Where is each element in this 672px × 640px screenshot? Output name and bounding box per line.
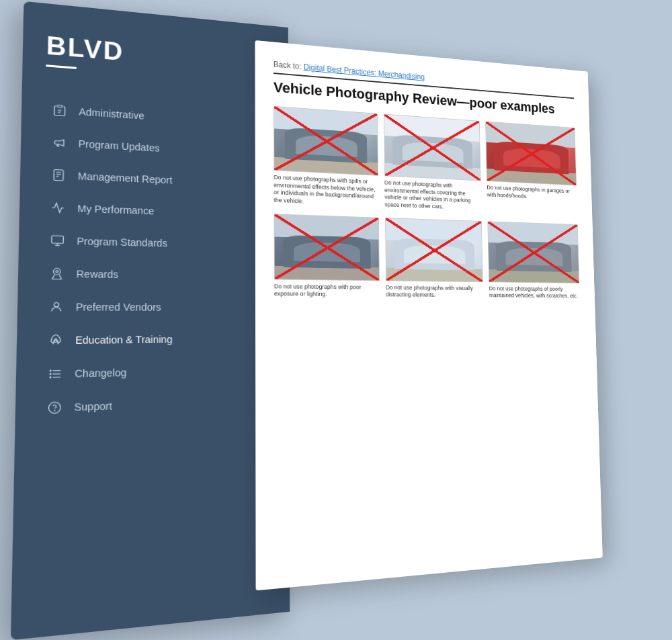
photo-box-6 xyxy=(488,221,580,283)
person-icon xyxy=(48,299,65,315)
sidebar-item-changelog[interactable]: Changelog xyxy=(40,355,276,390)
back-prefix: Back to: xyxy=(274,60,302,71)
car-image-4 xyxy=(274,214,378,280)
svg-point-19 xyxy=(50,377,51,378)
sidebar-item-program-standards[interactable]: Program Standards xyxy=(42,225,276,260)
photo-item-1: Do not use photographs with spills or en… xyxy=(274,106,378,209)
rocket-icon xyxy=(47,332,65,349)
sidebar-item-preferred-vendors[interactable]: Preferred Vendors xyxy=(41,291,276,322)
photo-item-3: Do not use photographs in garages or wit… xyxy=(485,122,577,216)
sidebar-label: Preferred Vendors xyxy=(76,302,161,313)
sidebar-label: Support xyxy=(74,400,112,413)
caption-3: Do not use photographs in garages or wit… xyxy=(487,184,577,202)
svg-point-17 xyxy=(50,370,51,371)
photo-item-5: Do not use photographs with visually dis… xyxy=(385,218,484,300)
svg-point-13 xyxy=(54,340,57,342)
svg-point-18 xyxy=(50,373,51,375)
caption-5: Do not use photographs with visually dis… xyxy=(386,284,484,300)
photo-item-2: Do not use photographs with environmenta… xyxy=(384,114,482,213)
caption-4: Do not use photographs with poor exposur… xyxy=(274,283,380,299)
sidebar-label: Management Report xyxy=(78,171,173,186)
caption-1: Do not use photographs with spills or en… xyxy=(274,174,378,208)
svg-point-10 xyxy=(53,268,60,275)
support-icon xyxy=(46,400,63,416)
svg-point-21 xyxy=(54,410,55,411)
svg-rect-0 xyxy=(58,105,62,107)
sidebar-item-support[interactable]: Support xyxy=(39,387,276,424)
caption-2: Do not use photographs with environmenta… xyxy=(384,179,482,212)
car-image-1 xyxy=(274,107,378,175)
chart-icon xyxy=(49,199,67,216)
svg-point-20 xyxy=(48,402,60,414)
svg-rect-7 xyxy=(52,236,64,244)
sidebar-item-education-training[interactable]: Education & Training xyxy=(40,324,276,356)
sidebar-item-rewards[interactable]: Rewards xyxy=(42,259,276,291)
car-image-6 xyxy=(488,222,579,283)
sidebar-label: Program Standards xyxy=(77,236,167,249)
car-image-2 xyxy=(384,115,480,181)
sidebar: BLVD Administrative Program Updates xyxy=(11,1,290,640)
content-panel: Back to: Digital Best Practices: Merchan… xyxy=(255,40,602,591)
sidebar-label: My Performance xyxy=(77,203,154,217)
photo-box-5 xyxy=(385,218,483,282)
photo-box-2 xyxy=(384,114,481,181)
car-image-5 xyxy=(386,218,483,281)
rewards-icon xyxy=(48,266,66,282)
car-image-3 xyxy=(486,122,576,185)
list-icon xyxy=(46,366,64,382)
brand-logo: BLVD xyxy=(46,31,275,79)
photo-item-6: Do not use photographs of poorly maintai… xyxy=(488,221,580,300)
photo-box-4 xyxy=(274,214,380,281)
sidebar-nav: Administrative Program Updates Managemen… xyxy=(39,95,276,424)
scene: BLVD Administrative Program Updates xyxy=(0,0,672,640)
sidebar-item-my-performance[interactable]: My Performance xyxy=(43,192,276,229)
sidebar-label: Program Updates xyxy=(78,138,159,154)
photo-box-1 xyxy=(274,106,378,176)
photo-item-4: Do not use photographs with poor exposur… xyxy=(274,214,380,299)
sidebar-label: Administrative xyxy=(79,106,144,122)
monitor-icon xyxy=(49,232,67,248)
sidebar-label: Changelog xyxy=(75,367,126,379)
photo-grid-bottom: Do not use photographs with poor exposur… xyxy=(274,214,581,300)
logo-underline xyxy=(46,64,77,69)
svg-rect-3 xyxy=(54,170,63,181)
caption-6: Do not use photographs of poorly maintai… xyxy=(489,285,580,300)
clipboard-icon xyxy=(51,102,69,119)
sidebar-label: Rewards xyxy=(76,268,118,280)
photo-grid-top: Do not use photographs with spills or en… xyxy=(274,106,577,216)
sidebar-label: Education & Training xyxy=(75,334,173,346)
back-link-anchor[interactable]: Digital Best Practices: Merchandising xyxy=(304,62,425,82)
photo-box-3 xyxy=(485,122,577,186)
report-icon xyxy=(50,167,67,183)
svg-point-12 xyxy=(54,303,58,307)
megaphone-icon xyxy=(50,134,68,150)
svg-point-11 xyxy=(56,271,58,273)
